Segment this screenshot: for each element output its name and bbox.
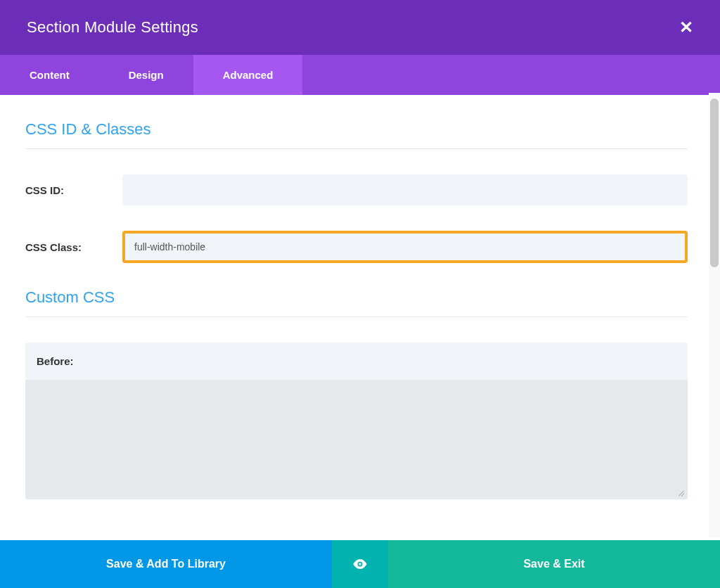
section-title-css-id-classes: CSS ID & Classes [25, 120, 688, 139]
tab-advanced[interactable]: Advanced [193, 55, 303, 95]
input-css-class[interactable] [122, 231, 688, 263]
content-area[interactable]: CSS ID & Classes CSS ID: CSS Class: Cust… [0, 95, 720, 540]
form-row-css-id: CSS ID: [25, 174, 688, 205]
label-css-id: CSS ID: [25, 184, 122, 196]
preview-button[interactable] [332, 540, 388, 588]
divider [25, 148, 688, 149]
modal-title: Section Module Settings [27, 18, 198, 37]
scrollbar-thumb[interactable] [710, 98, 719, 267]
settings-modal: Section Module Settings ✕ Content Design… [0, 0, 720, 588]
section-title-custom-css: Custom CSS [25, 288, 688, 307]
eye-icon [352, 559, 368, 569]
tab-design[interactable]: Design [99, 55, 193, 95]
css-block-before: Before: [25, 343, 688, 499]
label-css-class: CSS Class: [25, 241, 122, 253]
modal-header: Section Module Settings ✕ [0, 0, 720, 55]
close-icon[interactable]: ✕ [674, 18, 699, 37]
scrollbar-track[interactable] [709, 93, 720, 537]
form-row-css-class: CSS Class: [25, 231, 688, 263]
save-add-library-button[interactable]: Save & Add To Library [0, 540, 332, 588]
css-block-textarea-before[interactable] [25, 380, 688, 499]
divider [25, 317, 688, 317]
save-exit-button[interactable]: Save & Exit [388, 540, 720, 588]
tabs-bar: Content Design Advanced [0, 55, 720, 95]
input-css-id[interactable] [122, 174, 688, 205]
resize-handle-icon[interactable] [676, 488, 685, 497]
tab-content[interactable]: Content [0, 55, 99, 95]
modal-footer: Save & Add To Library Save & Exit [0, 540, 720, 588]
css-block-label-before: Before: [25, 343, 688, 380]
